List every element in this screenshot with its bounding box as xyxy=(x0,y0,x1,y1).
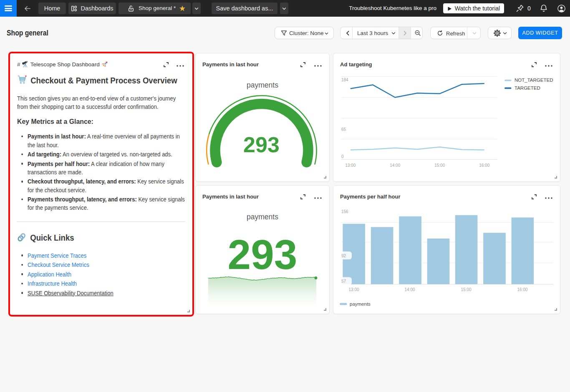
svg-text:65: 65 xyxy=(341,127,346,132)
svg-text:NOT_TARGETED: NOT_TARGETED xyxy=(515,78,553,83)
svg-text:293: 293 xyxy=(243,133,280,157)
svg-text:13:00: 13:00 xyxy=(345,163,356,168)
svg-text:156: 156 xyxy=(341,209,348,214)
svg-text:184: 184 xyxy=(341,78,348,82)
svg-text:16:00: 16:00 xyxy=(479,163,489,168)
svg-text:payments: payments xyxy=(350,302,371,307)
svg-text:16:00: 16:00 xyxy=(517,287,527,292)
svg-text:TARGETED: TARGETED xyxy=(515,85,540,90)
svg-text:0: 0 xyxy=(341,154,344,159)
svg-text:14:00: 14:00 xyxy=(404,287,415,292)
svg-text:57: 57 xyxy=(341,279,346,284)
svg-text:14:00: 14:00 xyxy=(390,163,400,168)
svg-text:92: 92 xyxy=(341,254,346,258)
svg-text:15:00: 15:00 xyxy=(461,287,471,292)
svg-text:13:00: 13:00 xyxy=(348,287,359,292)
svg-text:15:00: 15:00 xyxy=(434,163,445,168)
